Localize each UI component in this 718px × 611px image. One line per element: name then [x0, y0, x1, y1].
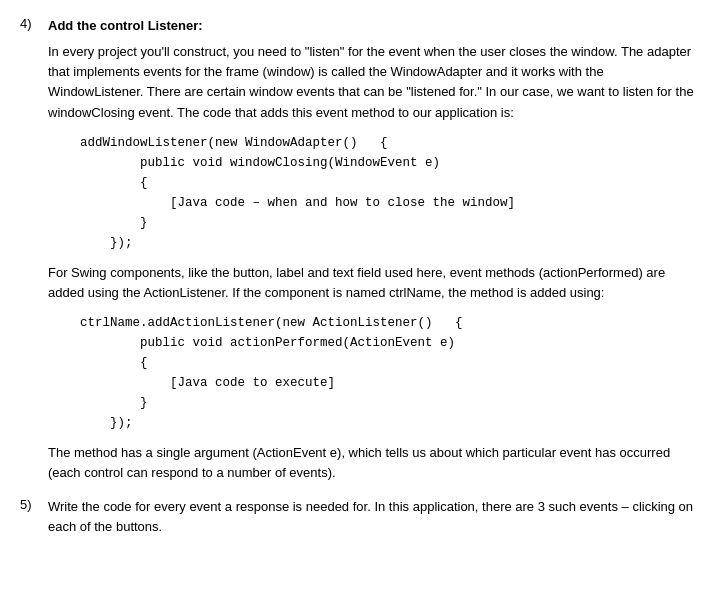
section-4-heading-bold: Add the control Listener:: [48, 18, 203, 33]
section-4-code1: addWindowListener(new WindowAdapter() { …: [80, 133, 698, 253]
section-4-paragraph1: In every project you'll construct, you n…: [48, 42, 698, 123]
section-4-paragraph2: For Swing components, like the button, l…: [48, 263, 698, 303]
section-4-number: 4): [20, 16, 48, 31]
section-4-heading-text: Add the control Listener:: [48, 16, 698, 36]
section-5-text: Write the code for every event a respons…: [48, 497, 698, 537]
section-4-code2: ctrlName.addActionListener(new ActionLis…: [80, 313, 698, 433]
section-4: 4) Add the control Listener: In every pr…: [20, 16, 698, 483]
section-4-paragraph3: The method has a single argument (Action…: [48, 443, 698, 483]
section-5: 5) Write the code for every event a resp…: [20, 497, 698, 537]
section-4-heading: 4) Add the control Listener:: [20, 16, 698, 36]
section-5-number: 5): [20, 497, 48, 512]
